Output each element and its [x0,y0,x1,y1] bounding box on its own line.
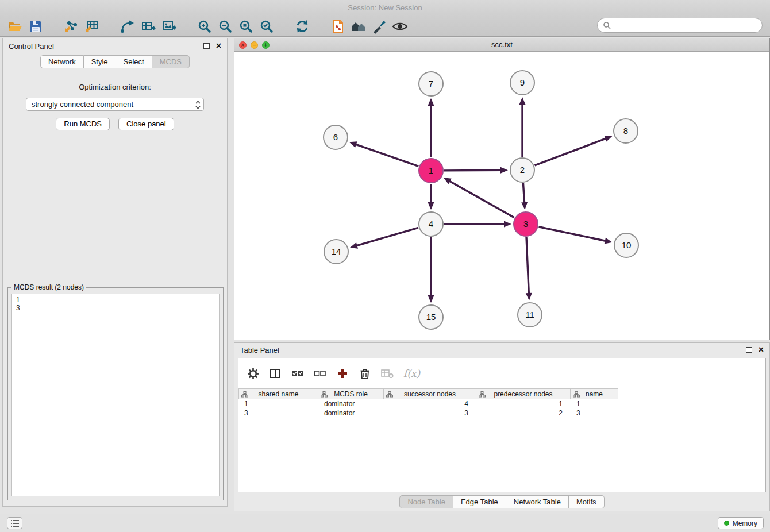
zoom-window-button[interactable]: + [262,41,270,49]
table-tab-node-table[interactable]: Node Table [399,495,453,508]
edge-3-11[interactable] [526,237,529,295]
table-cell[interactable]: 3 [571,408,618,418]
edge-4-14[interactable] [356,228,418,246]
import-network-file-button[interactable] [61,18,82,35]
function-builder-button[interactable]: f(x) [403,367,420,380]
select-all-button[interactable] [291,367,304,380]
column-header-successor-nodes[interactable]: successor nodes [384,388,476,399]
memory-button[interactable]: Memory [718,517,764,529]
table-cell[interactable]: 1 [571,399,618,408]
node-10[interactable]: 10 [614,233,638,257]
table-cell[interactable]: 2 [476,408,571,418]
node-8[interactable]: 8 [614,119,638,143]
apply-visual-style-icon [372,19,387,34]
export-image-button[interactable] [159,18,179,35]
network-window-titlebar[interactable]: × – + scc.txt [234,38,769,52]
column-header-mcds-role[interactable]: MCDS role [318,388,384,399]
node-label: 7 [429,79,433,88]
column-header-predecessor-nodes[interactable]: predecessor nodes [476,388,571,399]
node-1[interactable]: 1 [419,159,443,183]
zoom-fit-button[interactable] [236,18,256,35]
node-3[interactable]: 3 [514,212,538,236]
zoom-in-button[interactable] [194,18,215,35]
table-cell[interactable]: dominator [318,399,384,408]
optimization-criterion-value: strongly connected component [32,100,133,109]
close-panel-icon[interactable]: × [216,42,221,50]
edge-1-6[interactable] [355,144,418,167]
node-6[interactable]: 6 [324,125,348,149]
apply-visual-style-button[interactable] [369,18,390,35]
float-panel-icon[interactable] [203,43,210,49]
split-columns-button[interactable] [269,367,282,380]
edge-1-2[interactable] [444,170,502,171]
node-15[interactable]: 15 [419,305,443,329]
minimize-window-button[interactable]: – [251,41,258,49]
mcds-result-list[interactable]: 13 [11,294,220,496]
table-cell[interactable]: 4 [384,399,476,408]
close-window-button[interactable]: × [239,41,247,49]
run-mcds-button[interactable]: Run MCDS [56,118,110,130]
copy-style-button[interactable] [328,18,348,35]
import-table-file-button[interactable] [82,18,102,35]
table-cell[interactable]: 3 [384,408,476,418]
edge-3-1[interactable] [448,180,514,218]
toolbar-groups [5,18,425,35]
close-panel-button[interactable]: Close panel [118,118,174,130]
node-9[interactable]: 9 [510,71,534,95]
tab-mcds[interactable]: MCDS [152,55,190,68]
column-header-label: shared name [258,390,298,398]
export-table-button[interactable] [138,18,159,35]
float-table-panel-icon[interactable] [746,347,752,353]
open-session-button[interactable] [5,18,25,35]
add-row-button[interactable] [336,367,349,380]
table-row[interactable]: 1dominator411 [238,399,765,408]
deselect-all-button[interactable] [314,367,326,380]
node-4[interactable]: 4 [419,212,443,236]
close-table-panel-icon[interactable]: × [759,346,764,354]
search-input[interactable] [614,21,762,30]
table-tab-edge-table[interactable]: Edge Table [453,495,506,508]
edge-2-3[interactable] [523,183,524,204]
zoom-selected-button[interactable] [256,18,277,35]
edge-3-10[interactable] [539,227,607,241]
settings-button[interactable] [247,367,259,380]
tab-network[interactable]: Network [40,55,84,68]
node-7[interactable]: 7 [419,72,443,96]
node-label: 1 [429,165,433,175]
network-canvas[interactable]: 7968124314101511 [234,52,769,340]
task-history-button[interactable] [7,517,22,529]
optimization-criterion-select[interactable]: strongly connected component [26,98,204,111]
node-2[interactable]: 2 [510,158,534,182]
tab-style[interactable]: Style [84,55,116,68]
column-header-shared-name[interactable]: shared name [238,388,318,399]
node-label: 11 [525,310,534,319]
table-row[interactable]: 3dominator323 [238,408,765,418]
delete-row-button[interactable] [359,367,371,380]
save-session-button[interactable] [25,18,46,35]
refresh-layout-button[interactable] [292,18,313,35]
zoom-out-button[interactable] [215,18,236,35]
destroy-table-icon [381,368,394,379]
search-field[interactable] [597,18,763,33]
table-tab-network-table[interactable]: Network Table [506,495,569,508]
home-layouts-icon [351,19,367,34]
show-graphics-details-button[interactable] [390,18,410,35]
table-panel-tabs: Node TableEdge TableNetwork TableMotifs [234,495,769,508]
destroy-table-button[interactable] [381,367,394,380]
edge-2-8[interactable] [535,138,607,165]
toolbar-group [194,18,277,35]
home-layouts-button[interactable] [348,18,369,35]
table-panel-header: Table Panel × [234,343,769,357]
node-11[interactable]: 11 [518,303,542,327]
window-titlebar[interactable]: Session: New Session [0,0,770,16]
table-cell[interactable]: 1 [238,399,318,408]
table-cell[interactable]: dominator [318,408,384,418]
new-network-from-selection-button[interactable] [117,18,138,35]
table-cell[interactable]: 1 [476,399,571,408]
node-14[interactable]: 14 [324,240,348,264]
column-header-name[interactable]: name [571,388,618,399]
table-tab-motifs[interactable]: Motifs [569,495,605,508]
tab-select[interactable]: Select [116,55,152,68]
select-stepper-icon [195,100,201,113]
table-cell[interactable]: 3 [238,408,318,418]
